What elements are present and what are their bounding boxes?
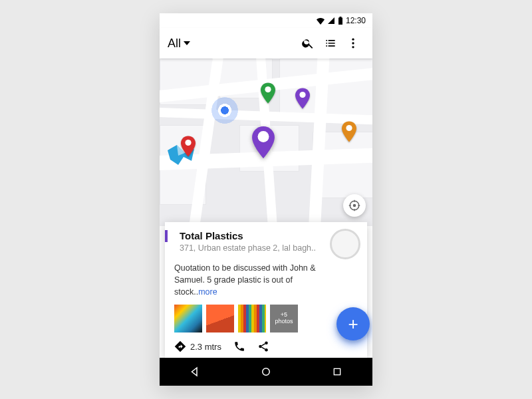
nav-home[interactable] [253,358,279,385]
directions-icon [174,340,186,352]
share-icon [257,340,269,352]
svg-point-11 [265,348,268,352]
card-actions: 2.3 mtrs [174,340,358,352]
status-bar: 12:30 [160,13,372,28]
device-frame: 12:30 All [160,13,372,386]
map-pin[interactable] [342,121,356,142]
svg-point-0 [352,39,354,41]
android-nav-bar [160,358,372,386]
svg-point-6 [185,140,191,146]
map-pin[interactable] [181,136,196,157]
svg-point-4 [299,92,305,98]
note-more-link[interactable]: more [198,287,217,297]
photo-thumb[interactable] [238,305,266,332]
my-location-icon [348,200,360,211]
svg-point-5 [346,125,352,131]
svg-rect-13 [334,368,340,374]
battery-icon [338,17,343,25]
nav-recent[interactable] [324,358,350,385]
my-location-button[interactable] [343,194,366,217]
map-pin-selected[interactable] [251,126,275,158]
place-card[interactable]: Total Plastics 371, Urban estate phase 2… [165,222,367,358]
share-button[interactable] [257,340,269,352]
signal-icon [327,17,335,25]
chevron-down-icon [184,40,190,47]
svg-point-2 [352,46,354,48]
photo-thumb[interactable] [206,305,234,332]
photo-thumbnails: +5 photos [174,305,358,332]
my-location-dot [211,97,238,124]
svg-point-12 [263,368,270,376]
svg-point-3 [265,86,271,92]
map-pin[interactable] [295,88,310,109]
nav-back[interactable] [182,358,208,385]
wifi-icon [317,17,325,25]
list-icon [324,37,337,50]
plus-icon: + [348,314,358,334]
card-area: Total Plastics 371, Urban estate phase 2… [160,226,372,358]
photo-thumb[interactable] [174,305,202,332]
more-label: photos [275,319,293,325]
photo-thumb-more[interactable]: +5 photos [270,305,298,332]
search-icon [301,37,315,50]
category-stripe [165,230,168,242]
svg-point-10 [259,345,262,348]
distance-label: 2.3 mtrs [190,342,221,352]
list-button[interactable] [319,32,342,55]
app-bar: All [160,28,372,59]
svg-point-1 [352,42,354,44]
filter-label: All [168,37,181,51]
place-note: Quotation to be discussed with John & Sa… [174,262,358,298]
note-text: Quotation to be discussed with John & Sa… [174,263,316,297]
svg-point-7 [258,131,269,142]
search-button[interactable] [297,32,319,55]
call-button[interactable] [233,340,245,352]
clock: 12:30 [346,16,366,25]
fab-add[interactable]: + [336,307,370,340]
map-view[interactable] [160,59,372,226]
phone-icon [233,340,245,352]
map-pin[interactable] [261,82,275,104]
svg-point-9 [265,342,268,345]
filter-dropdown[interactable]: All [168,37,190,51]
avatar[interactable] [330,229,360,259]
overflow-icon [346,37,360,50]
svg-point-8 [353,203,356,207]
directions-button[interactable]: 2.3 mtrs [174,340,221,352]
overflow-button[interactable] [342,32,364,55]
